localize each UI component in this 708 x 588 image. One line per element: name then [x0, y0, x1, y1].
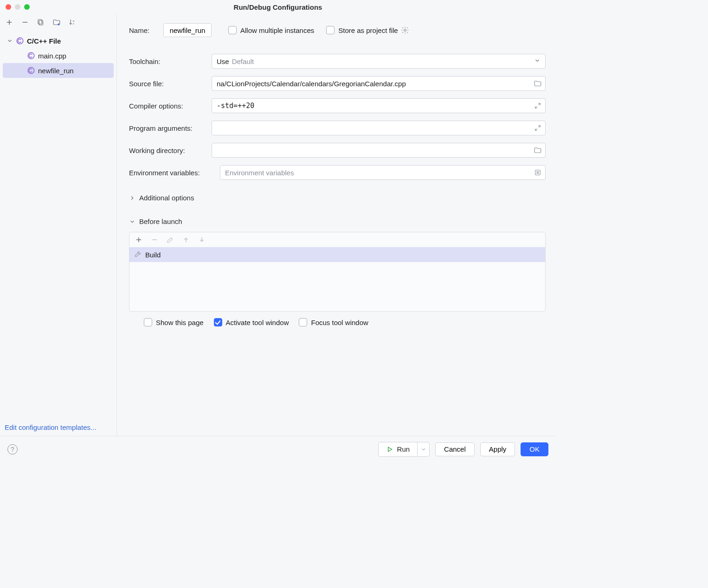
focus-tool-checkbox[interactable]: Focus tool window	[299, 318, 368, 326]
tree-item-label: newfile_run	[38, 67, 74, 75]
sidebar: az C/C++ File main.cpp	[0, 14, 117, 436]
tree-item-label: main.cpp	[38, 52, 66, 60]
show-page-label: Show this page	[156, 319, 204, 326]
activate-tool-label: Activate tool window	[226, 319, 289, 326]
cancel-button[interactable]: Cancel	[435, 442, 475, 456]
checkbox-icon	[326, 26, 335, 34]
remove-config-button[interactable]	[20, 18, 30, 27]
additional-options-header[interactable]: Additional options	[129, 194, 546, 202]
checkbox-checked-icon	[214, 318, 222, 326]
checkbox-icon	[299, 318, 307, 326]
ok-button[interactable]: OK	[521, 442, 548, 456]
env-vars-label: Environment variables:	[129, 169, 220, 177]
toolchain-default: Default	[232, 58, 254, 65]
toolchain-label: Toolchain:	[129, 58, 212, 65]
apply-button[interactable]: Apply	[480, 442, 515, 456]
folder-add-button[interactable]	[52, 18, 61, 27]
gear-icon[interactable]	[401, 26, 409, 34]
svg-line-16	[535, 128, 537, 130]
working-directory-label: Working directory:	[129, 147, 212, 154]
svg-marker-26	[388, 447, 392, 451]
before-launch-label: Before launch	[139, 217, 182, 225]
name-label: Name:	[129, 26, 163, 34]
allow-multiple-label: Allow multiple instances	[240, 26, 314, 34]
checkbox-icon	[144, 318, 152, 326]
edit-templates-link[interactable]: Edit configuration templates...	[0, 419, 116, 436]
ccpp-icon	[27, 51, 35, 60]
folder-icon[interactable]	[534, 146, 542, 154]
expand-icon[interactable]	[534, 102, 542, 110]
svg-point-12	[404, 29, 406, 32]
source-file-label: Source file:	[129, 80, 212, 88]
expand-icon[interactable]	[534, 124, 542, 132]
run-button-group: Run	[378, 442, 430, 457]
list-icon[interactable]	[534, 168, 542, 177]
svg-text:z: z	[73, 22, 74, 25]
tree-item-main-cpp[interactable]: main.cpp	[0, 48, 116, 63]
compiler-options-input[interactable]	[212, 98, 546, 113]
env-vars-input[interactable]	[220, 165, 546, 180]
allow-multiple-checkbox[interactable]: Allow multiple instances	[228, 26, 314, 34]
name-input[interactable]	[163, 23, 212, 37]
help-button[interactable]: ?	[7, 444, 18, 454]
chevron-down-icon	[534, 58, 541, 65]
activate-tool-checkbox[interactable]: Activate tool window	[214, 318, 289, 326]
close-window-button[interactable]	[6, 4, 11, 10]
chevron-down-icon	[129, 218, 135, 225]
tree-item-newfile-run[interactable]: newfile_run	[3, 63, 114, 78]
checkbox-icon	[228, 26, 237, 34]
svg-line-14	[535, 106, 537, 108]
focus-tool-label: Focus tool window	[311, 319, 368, 326]
working-directory-input[interactable]	[212, 143, 546, 158]
dialog-footer: ? Run Cancel Apply OK	[0, 436, 556, 462]
edit-task-button[interactable]	[166, 235, 175, 244]
additional-options-label: Additional options	[139, 194, 194, 202]
program-arguments-label: Program arguments:	[129, 124, 212, 132]
store-project-checkbox[interactable]: Store as project file	[326, 26, 398, 34]
minimize-window-button[interactable]	[15, 4, 20, 10]
before-launch-item-label: Build	[145, 251, 161, 259]
config-form: Name: Allow multiple instances Store as …	[117, 14, 556, 436]
svg-rect-3	[39, 20, 43, 25]
move-down-button[interactable]	[197, 235, 206, 244]
svg-text:a: a	[73, 19, 75, 22]
svg-line-13	[538, 103, 540, 105]
ccpp-icon	[16, 37, 24, 45]
store-project-label: Store as project file	[338, 26, 398, 34]
run-label: Run	[397, 445, 410, 453]
folder-icon[interactable]	[534, 79, 542, 88]
copy-config-button[interactable]	[36, 18, 45, 27]
source-file-input[interactable]	[212, 76, 546, 91]
chevron-down-icon	[6, 38, 13, 44]
add-task-button[interactable]	[134, 235, 143, 244]
maximize-window-button[interactable]	[24, 4, 30, 10]
program-arguments-input[interactable]	[212, 121, 546, 135]
move-up-button[interactable]	[181, 235, 191, 244]
window-title: Run/Debug Configurations	[0, 3, 556, 11]
compiler-options-label: Compiler options:	[129, 102, 212, 110]
hammer-icon	[134, 250, 142, 259]
tree-group-label: C/C++ File	[27, 37, 61, 45]
toolchain-use: Use	[217, 58, 229, 65]
remove-task-button[interactable]	[150, 235, 159, 244]
before-launch-header[interactable]: Before launch	[129, 217, 546, 225]
sort-alpha-button[interactable]: az	[68, 18, 77, 27]
svg-line-15	[538, 126, 540, 128]
tree-group-ccpp-file[interactable]: C/C++ File	[0, 33, 116, 48]
show-page-checkbox[interactable]: Show this page	[144, 318, 204, 326]
run-dropdown-button[interactable]	[417, 442, 429, 456]
before-launch-item-build[interactable]: Build	[129, 247, 545, 262]
ccpp-icon	[27, 66, 35, 75]
toolchain-dropdown[interactable]: Use Default	[212, 54, 546, 69]
chevron-right-icon	[129, 195, 135, 201]
title-bar: Run/Debug Configurations	[0, 0, 556, 14]
svg-rect-4	[38, 19, 42, 24]
run-button[interactable]: Run	[379, 442, 418, 456]
before-launch-list: Build	[129, 232, 546, 312]
add-config-button[interactable]	[5, 18, 14, 27]
